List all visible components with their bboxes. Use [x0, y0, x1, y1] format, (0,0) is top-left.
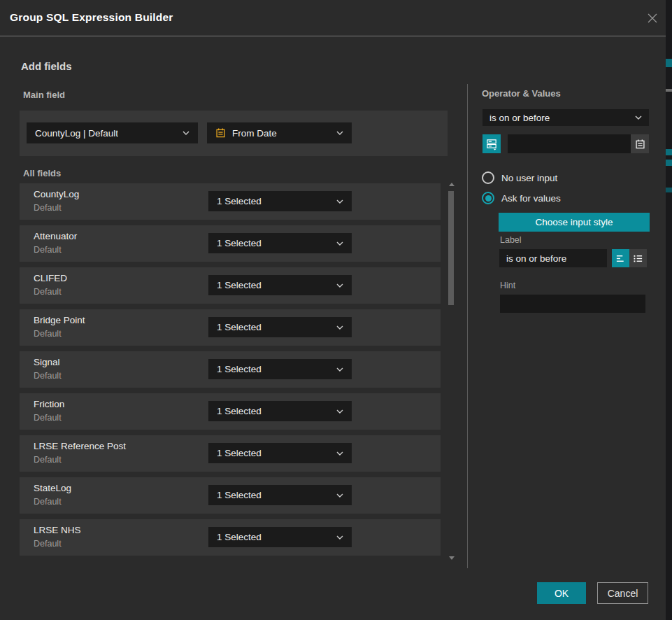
all-fields-list: CountyLog Default 1 Selected Attenuator …: [20, 183, 441, 561]
main-field-panel: CountyLog | Default From Date: [20, 111, 448, 156]
field-sublabel: Default: [34, 539, 62, 549]
chevron-down-icon: [336, 283, 343, 288]
background-fleck: [666, 149, 672, 155]
field-name: StateLog: [34, 483, 71, 493]
close-button[interactable]: [645, 10, 660, 26]
chevron-down-icon: [336, 325, 343, 330]
list-style-button[interactable]: [629, 249, 647, 267]
field-name: Friction: [34, 399, 64, 409]
chevron-down-icon: [336, 131, 343, 135]
label-input[interactable]: [499, 249, 607, 267]
add-fields-heading: Add fields: [21, 60, 72, 72]
field-row: Attenuator Default 1 Selected: [20, 225, 441, 262]
field-sublabel: Default: [34, 329, 62, 339]
list-scrollbar[interactable]: [448, 181, 456, 562]
ask-for-values-label: Ask for values: [501, 193, 561, 204]
field-selected-value: 1 Selected: [217, 448, 262, 458]
chevron-down-icon: [336, 451, 343, 456]
field-selected-value: 1 Selected: [217, 238, 262, 248]
field-selected-dropdown[interactable]: 1 Selected: [208, 443, 352, 463]
background-fleck: [666, 59, 672, 67]
field-sublabel: Default: [34, 497, 62, 507]
field-row: StateLog Default 1 Selected: [20, 477, 441, 514]
field-sublabel: Default: [34, 455, 62, 465]
field-selected-dropdown[interactable]: 1 Selected: [208, 275, 352, 295]
value-input-type-button[interactable]: [482, 134, 501, 153]
field-row: Bridge Point Default 1 Selected: [20, 309, 441, 346]
field-row: Friction Default 1 Selected: [20, 393, 441, 430]
field-selected-value: 1 Selected: [217, 280, 262, 290]
dialog-titlebar: Group SQL Expression Builder: [0, 0, 666, 36]
date-picker-button[interactable]: [631, 134, 649, 153]
field-selected-dropdown[interactable]: 1 Selected: [208, 359, 352, 379]
chevron-down-icon: [336, 535, 343, 540]
field-selected-dropdown[interactable]: 1 Selected: [208, 401, 352, 421]
label-heading: Label: [500, 235, 522, 245]
field-selected-value: 1 Selected: [217, 364, 262, 374]
field-selected-dropdown[interactable]: 1 Selected: [208, 527, 352, 547]
field-selected-value: 1 Selected: [217, 490, 262, 500]
choose-input-style-button[interactable]: Choose input style: [499, 213, 650, 232]
field-selected-value: 1 Selected: [217, 532, 262, 542]
field-selected-value: 1 Selected: [217, 406, 262, 416]
field-name: LRSE Reference Post: [34, 441, 126, 451]
calendar-icon: [635, 139, 645, 150]
bulleted-list-icon: [633, 253, 643, 264]
date-value-input[interactable]: [508, 134, 631, 153]
operator-select[interactable]: is on or before: [482, 109, 649, 126]
radio-unchecked-icon: [482, 171, 494, 184]
hint-heading: Hint: [500, 281, 515, 290]
field-row: CountyLog Default 1 Selected: [20, 183, 441, 220]
ok-button[interactable]: OK: [537, 582, 586, 604]
main-layer-select[interactable]: CountyLog | Default: [27, 122, 198, 143]
background-fleck: [666, 89, 672, 92]
all-fields-heading: All fields: [23, 168, 61, 178]
field-sublabel: Default: [34, 413, 62, 423]
close-icon: [647, 13, 658, 24]
scroll-up-arrow-icon[interactable]: [449, 183, 455, 186]
main-field-heading: Main field: [23, 90, 65, 100]
field-name: LRSE NHS: [34, 525, 81, 535]
calendar-icon: [215, 127, 226, 139]
scroll-down-arrow-icon[interactable]: [449, 556, 455, 560]
field-selected-dropdown[interactable]: 1 Selected: [208, 233, 352, 253]
field-selected-dropdown[interactable]: 1 Selected: [208, 485, 352, 505]
background-fleck: [666, 188, 672, 192]
group-sql-expression-builder-dialog: Group SQL Expression Builder Add fields …: [0, 0, 666, 620]
field-name: Bridge Point: [34, 315, 85, 325]
background-fleck: [666, 160, 672, 166]
radio-checked-icon: [482, 192, 494, 204]
chevron-down-icon: [336, 367, 343, 372]
chevron-down-icon: [635, 115, 642, 120]
scrollbar-thumb[interactable]: [448, 191, 454, 305]
field-row: Signal Default 1 Selected: [20, 351, 441, 388]
field-selected-dropdown[interactable]: 1 Selected: [208, 317, 352, 337]
chevron-down-icon: [336, 199, 343, 204]
single-line-style-button[interactable]: [612, 249, 629, 267]
background-app-strip: [666, 0, 672, 620]
ask-for-values-radio[interactable]: Ask for values: [482, 192, 561, 204]
chevron-down-icon: [336, 241, 343, 246]
field-row: LRSE Reference Post Default 1 Selected: [20, 435, 441, 472]
field-sublabel: Default: [34, 287, 62, 297]
cancel-button[interactable]: Cancel: [597, 582, 648, 604]
field-selected-value: 1 Selected: [217, 322, 262, 332]
field-name: CountyLog: [34, 189, 79, 199]
operator-values-heading: Operator & Values: [482, 88, 561, 99]
no-user-input-radio[interactable]: No user input: [482, 171, 557, 184]
no-user-input-label: No user input: [501, 173, 557, 183]
field-selected-dropdown[interactable]: 1 Selected: [208, 191, 352, 211]
field-row: LRSE NHS Default 1 Selected: [20, 519, 441, 556]
main-date-field-select[interactable]: From Date: [207, 122, 352, 143]
field-row: CLIFED Default 1 Selected: [20, 267, 441, 304]
chevron-down-icon: [336, 409, 343, 414]
hint-input[interactable]: [500, 295, 645, 313]
field-name: Attenuator: [34, 231, 77, 241]
main-date-field-value: From Date: [232, 128, 277, 139]
column-divider: [467, 84, 468, 568]
chevron-down-icon: [336, 493, 343, 498]
operator-select-value: is on or before: [489, 113, 550, 123]
dialog-title: Group SQL Expression Builder: [10, 11, 173, 24]
field-sublabel: Default: [34, 371, 62, 381]
value-type-icon: [486, 138, 498, 150]
